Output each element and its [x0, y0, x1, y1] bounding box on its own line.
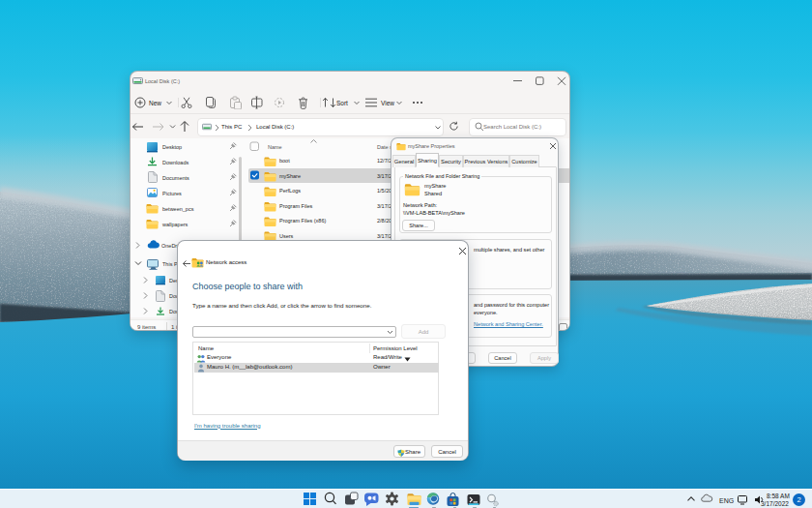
svg-text:New: New: [149, 100, 161, 106]
svg-text:View: View: [381, 100, 394, 106]
svg-text:ENG: ENG: [719, 497, 734, 504]
svg-text:Sort: Sort: [336, 100, 348, 106]
